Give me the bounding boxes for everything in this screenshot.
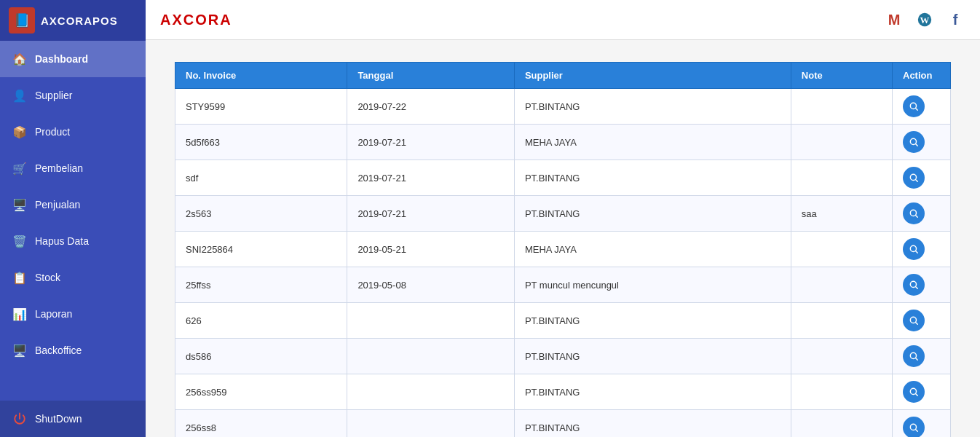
sidebar-item-laporan[interactable]: 📊 Laporan [0, 296, 146, 332]
cell-tanggal: 2019-07-21 [347, 125, 515, 160]
gmail-icon[interactable]: M [884, 9, 904, 30]
cell-note: saa [791, 196, 892, 232]
table-row: sdf 2019-07-21 PT.BINTANG [175, 160, 951, 196]
wordpress-icon[interactable]: W [914, 9, 935, 30]
sidebar-label-product: Product [35, 126, 70, 138]
svg-line-9 [916, 216, 918, 218]
cell-note [791, 89, 892, 125]
view-detail-button[interactable] [903, 274, 925, 296]
shutdown-label: ShutDown [35, 413, 82, 425]
facebook-icon[interactable]: f [945, 9, 965, 30]
table-row: 256ss959 PT.BINTANG [175, 374, 951, 410]
cell-action [893, 303, 951, 339]
svg-line-5 [916, 144, 918, 146]
cell-tanggal: 2019-07-21 [347, 160, 515, 196]
cell-invoice: 256ss8 [175, 410, 347, 438]
svg-line-21 [916, 430, 918, 432]
view-detail-button[interactable] [903, 310, 925, 331]
sidebar-item-stock[interactable]: 📋 Stock [0, 259, 146, 296]
pembelian-icon: 🛒 [12, 160, 28, 176]
header: AXCORA M W f [146, 0, 980, 40]
table-row: STY9599 2019-07-22 PT.BINTANG [175, 89, 951, 125]
table-row: 256ss8 PT.BINTANG [175, 410, 951, 438]
view-detail-button[interactable] [903, 202, 925, 224]
view-detail-button[interactable] [903, 417, 925, 437]
cell-supplier: PT.BINTANG [514, 89, 791, 125]
cell-action [893, 196, 951, 232]
table-row: 25ffss 2019-05-08 PT muncul mencungul [175, 267, 951, 303]
cell-supplier: PT.BINTANG [514, 339, 791, 374]
hapus-icon: 🗑️ [12, 233, 28, 249]
svg-line-17 [916, 358, 918, 361]
cell-action [893, 267, 951, 303]
table-row: 5d5f663 2019-07-21 MEHA JAYA [175, 125, 951, 160]
cell-note [791, 303, 892, 339]
table-row: SNI225864 2019-05-21 MEHA JAYA [175, 232, 951, 267]
app-name: AXCORAPOS [41, 15, 118, 27]
cell-supplier: MEHA JAYA [514, 125, 791, 160]
col-tanggal: Tanggal [347, 63, 515, 89]
svg-line-19 [916, 394, 918, 396]
cell-supplier: PT.BINTANG [514, 303, 791, 339]
svg-line-15 [916, 323, 918, 325]
sidebar-item-supplier[interactable]: 👤 Supplier [0, 77, 146, 114]
cell-supplier: PT.BINTANG [514, 196, 791, 232]
invoice-table: No. Invoice Tanggal Supplier Note Action… [175, 62, 951, 437]
cell-invoice: 626 [175, 303, 347, 339]
cell-invoice: 256ss959 [175, 374, 347, 410]
header-logo: AXCORA [160, 12, 232, 28]
main-area: AXCORA M W f No. Invoice Tanggal Supplie… [146, 0, 980, 437]
dashboard-icon: 🏠 [12, 51, 28, 67]
cell-note [791, 232, 892, 267]
sidebar-item-penjualan[interactable]: 🖥️ Penjualan [0, 186, 146, 223]
sidebar-item-backoffice[interactable]: 🖥️ Backoffice [0, 332, 146, 369]
table-row: 2s563 2019-07-21 PT.BINTANG saa [175, 196, 951, 232]
svg-line-7 [916, 180, 918, 182]
view-detail-button[interactable] [903, 381, 925, 403]
cell-invoice: 2s563 [175, 196, 347, 232]
sidebar-menu: 🏠 Dashboard 👤 Supplier 📦 Product 🛒 Pembe… [0, 41, 146, 401]
supplier-icon: 👤 [12, 87, 28, 103]
svg-text:W: W [920, 15, 930, 25]
view-detail-button[interactable] [903, 131, 925, 153]
view-detail-button[interactable] [903, 95, 925, 117]
cell-note [791, 339, 892, 374]
cell-supplier: PT muncul mencungul [514, 267, 791, 303]
sidebar-item-hapus-data[interactable]: 🗑️ Hapus Data [0, 223, 146, 259]
cell-invoice: ds586 [175, 339, 347, 374]
header-icons: M W f [884, 9, 965, 30]
col-note: Note [791, 63, 892, 89]
sidebar-item-pembelian[interactable]: 🛒 Pembelian [0, 150, 146, 186]
cell-note [791, 125, 892, 160]
view-detail-button[interactable] [903, 238, 925, 260]
cell-note [791, 374, 892, 410]
sidebar: 📘 AXCORAPOS 🏠 Dashboard 👤 Supplier 📦 Pro… [0, 0, 146, 437]
sidebar-label-supplier: Supplier [35, 90, 72, 101]
cell-invoice: SNI225864 [175, 232, 347, 267]
sidebar-item-shutdown[interactable]: ShutDown [0, 401, 146, 437]
view-detail-button[interactable] [903, 345, 925, 367]
view-detail-button[interactable] [903, 167, 925, 189]
cell-supplier: PT.BINTANG [514, 374, 791, 410]
sidebar-item-dashboard[interactable]: 🏠 Dashboard [0, 41, 146, 77]
sidebar-label-pembelian: Pembelian [35, 162, 83, 174]
cell-invoice: 5d5f663 [175, 125, 347, 160]
content-area: No. Invoice Tanggal Supplier Note Action… [146, 40, 980, 437]
cell-supplier: PT.BINTANG [514, 160, 791, 196]
col-action: Action [893, 63, 951, 89]
svg-line-13 [916, 287, 918, 289]
cell-supplier: PT.BINTANG [514, 410, 791, 438]
sidebar-label-laporan: Laporan [35, 308, 72, 320]
cell-action [893, 125, 951, 160]
sidebar-item-product[interactable]: 📦 Product [0, 114, 146, 150]
svg-line-11 [916, 251, 918, 253]
col-invoice: No. Invoice [175, 63, 347, 89]
penjualan-icon: 🖥️ [12, 197, 28, 213]
table-header-row: No. Invoice Tanggal Supplier Note Action [175, 63, 951, 89]
table-row: 626 PT.BINTANG [175, 303, 951, 339]
cell-action [893, 410, 951, 438]
cell-action [893, 232, 951, 267]
col-supplier: Supplier [514, 63, 791, 89]
cell-note [791, 160, 892, 196]
cell-action [893, 339, 951, 374]
